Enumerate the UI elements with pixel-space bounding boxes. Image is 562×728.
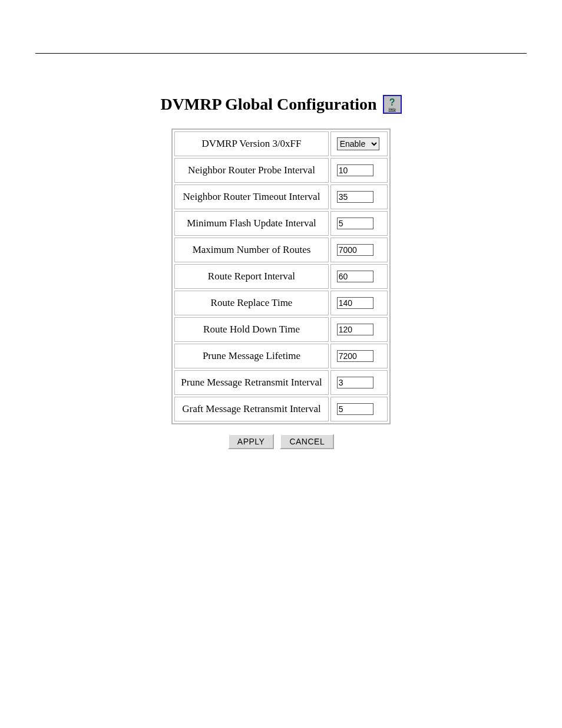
cell-route-holddown	[330, 317, 388, 342]
label-prune-lifetime: Prune Message Lifetime	[174, 344, 328, 368]
label-timeout-interval: Neighbor Router Timeout Interval	[174, 185, 328, 209]
cell-probe-interval	[330, 158, 388, 183]
page-title: DVMRP Global Configuration	[160, 95, 376, 114]
help-label: Help	[388, 107, 395, 111]
cell-route-report	[330, 264, 388, 289]
label-prune-retransmit: Prune Message Retransmit Interval	[174, 370, 328, 395]
cell-prune-retransmit	[330, 370, 388, 395]
route-replace-input[interactable]	[337, 297, 373, 309]
probe-interval-input[interactable]	[337, 164, 373, 176]
label-graft-retransmit: Graft Message Retransmit Interval	[174, 397, 328, 421]
label-dvmrp-version: DVMRP Version 3/0xFF	[174, 131, 328, 156]
flash-update-input[interactable]	[337, 218, 373, 229]
cell-timeout-interval	[330, 185, 388, 209]
timeout-interval-input[interactable]	[337, 191, 373, 203]
cell-max-routes	[330, 238, 388, 262]
label-route-holddown: Route Hold Down Time	[174, 317, 328, 342]
help-button[interactable]: ? Help	[383, 95, 402, 114]
graft-retransmit-input[interactable]	[337, 403, 373, 415]
cell-dvmrp-version: Enable	[330, 131, 388, 156]
label-flash-update: Minimum Flash Update Interval	[174, 211, 328, 236]
cell-route-replace	[330, 291, 388, 315]
max-routes-input[interactable]	[337, 244, 373, 256]
button-row: APPLY CANCEL	[228, 434, 334, 449]
cell-flash-update	[330, 211, 388, 236]
apply-button[interactable]: APPLY	[228, 434, 275, 449]
help-icon: ?	[389, 98, 395, 107]
route-holddown-input[interactable]	[337, 324, 373, 335]
label-probe-interval: Neighbor Router Probe Interval	[174, 158, 328, 183]
prune-lifetime-input[interactable]	[337, 350, 373, 362]
config-table: DVMRP Version 3/0xFF Enable Neighbor Rou…	[171, 129, 390, 424]
label-route-replace: Route Replace Time	[174, 291, 328, 315]
label-max-routes: Maximum Number of Routes	[174, 238, 328, 262]
cancel-button[interactable]: CANCEL	[280, 434, 334, 449]
prune-retransmit-input[interactable]	[337, 377, 373, 388]
cell-graft-retransmit	[330, 397, 388, 421]
label-route-report: Route Report Interval	[174, 264, 328, 289]
cell-prune-lifetime	[330, 344, 388, 368]
dvmrp-version-select[interactable]: Enable	[337, 137, 379, 150]
top-divider	[35, 53, 527, 54]
route-report-input[interactable]	[337, 271, 373, 282]
